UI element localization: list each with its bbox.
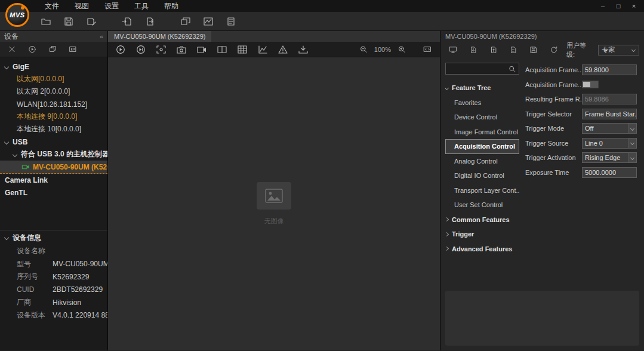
split-window-button[interactable] — [214, 42, 230, 57]
refresh-features-button[interactable] — [546, 43, 562, 57]
feature-item-analog-control[interactable]: Analog Control — [445, 154, 519, 169]
menu-file[interactable]: 文件 — [37, 0, 67, 12]
info-row-serial: 序列号K52692329 — [0, 270, 107, 284]
export-features-icon — [489, 46, 498, 54]
tree-group-cameralink[interactable]: Camera Link — [0, 174, 107, 186]
tree-group-gige[interactable]: GigE — [0, 60, 107, 73]
copy-device-button[interactable] — [45, 42, 60, 57]
trigger-activation-dropdown[interactable]: Rising Edge — [582, 152, 637, 163]
prop-row-resulting-frame-rate: Resulting Frame R... — [525, 92, 637, 107]
feature-group-trigger[interactable]: Trigger — [445, 227, 519, 242]
trigger-selector-dropdown[interactable]: Frame Burst Star... — [582, 109, 637, 119]
acquisition-frame-rate-input[interactable] — [582, 64, 637, 75]
feature-group-feature-tree[interactable]: Feature Tree — [445, 81, 519, 96]
continuous-grab-icon — [115, 45, 126, 54]
record-video-icon — [196, 45, 207, 54]
device-info-header[interactable]: 设备信息 — [0, 230, 107, 245]
gige-label: GigE — [13, 63, 29, 71]
feature-item-transport-layer[interactable]: Transport Layer Cont... — [445, 183, 519, 198]
menu-help[interactable]: 帮助 — [156, 0, 186, 12]
camera-device-label: MV-CU050-90UM (K5269... — [33, 163, 107, 171]
feature-toolbar: 用户等级: 专家 — [440, 42, 644, 58]
minimize-button[interactable]: – — [595, 0, 611, 12]
trigger-mode-dropdown[interactable]: Off — [582, 123, 637, 134]
export-config-icon — [144, 17, 155, 26]
save-features-icon — [529, 46, 538, 54]
exposure-time-input[interactable] — [582, 167, 637, 178]
waveform-button[interactable] — [201, 14, 216, 29]
feature-item-acquisition-control[interactable]: Acquisition Control — [445, 139, 519, 154]
zoom-fit-button[interactable] — [153, 42, 169, 57]
cameralink-label: Camera Link — [5, 176, 48, 184]
alarm-button[interactable] — [275, 42, 291, 57]
import-config-icon — [122, 17, 133, 26]
tree-item-camera-selected[interactable]: MV-CU050-90UM (K5269... — [0, 161, 107, 174]
save-image-button[interactable] — [61, 14, 76, 29]
feature-panel-header: MV-CU050-90UM (K52692329) — [440, 31, 644, 42]
logo-dot — [21, 6, 24, 10]
grid-view-button[interactable] — [235, 42, 250, 57]
export-config-button[interactable] — [142, 14, 158, 29]
maximize-button[interactable]: □ — [611, 0, 626, 12]
device-panel-header: 设备 « — [0, 31, 107, 42]
chevron-down-icon — [4, 235, 9, 240]
ip-config-button[interactable] — [65, 42, 81, 57]
import-features-button[interactable] — [466, 43, 481, 57]
open-image-button[interactable] — [38, 14, 54, 29]
save-as-button[interactable] — [84, 14, 99, 29]
fit-window-button[interactable] — [420, 42, 435, 57]
interface-label: WLAN[10.26.181.152] — [17, 100, 87, 109]
prop-label: Trigger Mode — [525, 125, 582, 132]
save-frame-button[interactable] — [295, 42, 311, 57]
collapse-panel-button[interactable]: « — [100, 33, 103, 40]
tree-item-wlan[interactable]: WLAN[10.26.181.152] — [0, 98, 107, 110]
save-features-button[interactable] — [526, 43, 541, 57]
log-button[interactable] — [223, 14, 239, 29]
chevron-right-icon — [445, 217, 449, 221]
menu-tools[interactable]: 工具 — [127, 0, 156, 12]
preview-tab[interactable]: MV-CU050-90UM (K52692329) — [108, 31, 211, 42]
single-grab-button[interactable] — [133, 42, 149, 57]
record-button[interactable] — [194, 42, 209, 57]
feature-item-device-control[interactable]: Device Control — [445, 110, 519, 125]
ip-config-icon — [69, 45, 77, 53]
menu-view[interactable]: 视图 — [67, 0, 97, 12]
close-button[interactable]: × — [626, 0, 642, 12]
device-settings-button[interactable] — [445, 43, 461, 57]
dropdown-value: Frame Burst Star... — [585, 110, 637, 118]
grid-view-icon — [237, 45, 248, 54]
disconnect-device-button[interactable] — [4, 42, 20, 57]
tree-group-gentl[interactable]: GenTL — [0, 186, 107, 199]
frame-rate-enable-toggle[interactable] — [582, 81, 599, 88]
user-level-dropdown[interactable]: 专家 — [598, 45, 640, 56]
multi-window-button[interactable] — [178, 14, 193, 29]
import-config-button[interactable] — [119, 14, 135, 29]
tree-group-usb[interactable]: USB — [0, 136, 107, 148]
feature-item-digital-io-control[interactable]: Digital IO Control — [445, 168, 519, 183]
feature-search-input[interactable] — [448, 65, 508, 72]
zoom-in-button[interactable] — [394, 42, 409, 57]
tree-item-local10[interactable]: 本地连接 10[0.0.0.0] — [0, 123, 107, 136]
feature-item-user-set-control[interactable]: User Set Control — [445, 198, 519, 213]
camera-device-icon — [21, 163, 30, 171]
feature-item-favorites[interactable]: Favorites — [445, 96, 519, 110]
tree-item-ethernet2[interactable]: 以太网 2[0.0.0.0] — [0, 85, 107, 98]
connect-device-button[interactable] — [24, 42, 40, 57]
tree-item-local9[interactable]: 本地连接 9[0.0.0.0] — [0, 110, 107, 123]
preview-panel: MV-CU050-90UM (K52692329) 100% — [108, 31, 440, 350]
feature-doc-button[interactable] — [506, 43, 521, 57]
info-label: 设备版本 — [17, 310, 53, 321]
snapshot-button[interactable] — [174, 42, 189, 57]
feature-item-image-format-control[interactable]: Image Format Control — [445, 125, 519, 140]
resulting-frame-rate-input — [582, 94, 637, 104]
histogram-button[interactable] — [255, 42, 270, 57]
menu-settings[interactable]: 设置 — [97, 0, 127, 12]
feature-group-common-features[interactable]: Common Features — [445, 213, 519, 227]
feature-group-advanced-features[interactable]: Advanced Features — [445, 242, 519, 257]
zoom-out-button[interactable] — [356, 42, 371, 57]
export-features-button[interactable] — [486, 43, 501, 57]
tree-item-usb-controller[interactable]: 符合 USB 3.0 的主机控制器 — [0, 148, 107, 161]
continuous-grab-button[interactable] — [113, 42, 128, 57]
tree-item-ethernet[interactable]: 以太网[0.0.0.0] — [0, 73, 107, 85]
trigger-source-dropdown[interactable]: Line 0 — [582, 138, 637, 149]
